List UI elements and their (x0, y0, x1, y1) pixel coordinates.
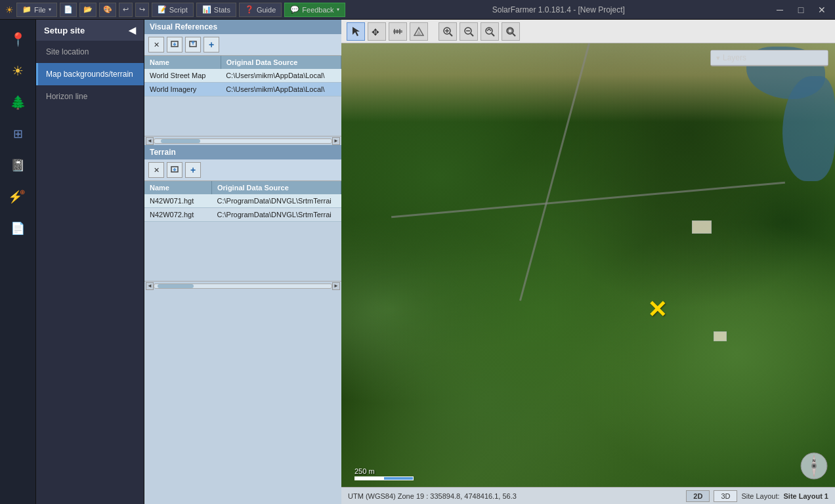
location-marker: ✕ (647, 296, 667, 324)
vr-row2-source: C:\Users\mikm\AppData\Local\ (221, 83, 341, 96)
svg-point-30 (813, 465, 815, 467)
terrain-scroll-left[interactable]: ◄ (146, 282, 154, 290)
building-1 (692, 220, 712, 234)
svg-line-17 (450, 33, 452, 36)
sidebar-icon-location[interactable]: 📍 (5, 26, 31, 52)
layers-panel[interactable]: ▾ Layers (710, 50, 828, 66)
vr-scrollbar[interactable]: ◄ ► (144, 136, 341, 145)
vr-row2-name: World Imagery (144, 83, 221, 96)
sidebar-icon-grid[interactable]: ⊞ (5, 121, 31, 147)
layers-panel-header[interactable]: ▾ Layers (711, 51, 828, 66)
scale-line (354, 476, 414, 480)
terrain-header: Terrain (144, 145, 341, 159)
terrain-scrollbar[interactable]: ◄ ► (144, 281, 341, 290)
document-down-icon: 📄 (11, 221, 25, 236)
location-pin-icon: 📍 (10, 32, 26, 47)
terrain-scroll-right[interactable]: ► (332, 282, 340, 290)
panel-area: Visual References ✕ + Name Original Data… (144, 20, 341, 504)
vr-scroll-right[interactable]: ► (332, 137, 340, 145)
terrain-empty-space (144, 222, 341, 281)
visual-references-table: Name Original Data Source World Street M… (144, 56, 341, 96)
terrain-table-container: Name Original Data Source N42W071.hgt C:… (144, 181, 341, 222)
sidebar-icon-document[interactable]: 📄 (5, 215, 31, 242)
svg-line-22 (492, 33, 494, 36)
terrain-add-btn[interactable]: + (185, 162, 201, 178)
terrain-view-tool[interactable] (410, 22, 428, 41)
vr-add-btn[interactable]: + (203, 37, 219, 52)
terrain-row1-source: C:\ProgramData\DNVGL\SrtmTerrai (212, 194, 341, 208)
guide-btn[interactable]: ❓ Guide (239, 3, 282, 17)
layers-label: Layers (723, 53, 746, 62)
app: 📍 ☀ 🌲 ⊞ 📓 ⚡ ⊕ 📄 Setup site ◀ Site locati… (0, 20, 835, 504)
titlebar-left: ☀ 📁 File ▾ 📄 📂 🎨 ↩ ↪ 📝 Script 📊 Stats ❓ … (5, 3, 345, 17)
vr-scroll-track[interactable] (154, 138, 332, 144)
sidebar-item-map-backgrounds[interactable]: Map backgrounds/terrain (36, 63, 144, 85)
maximize-btn[interactable]: □ (793, 2, 809, 18)
vr-col-source: Original Data Source (221, 56, 341, 69)
svg-rect-25 (508, 29, 512, 33)
feedback-btn[interactable]: 💬 Feedback ▾ (284, 3, 345, 17)
vr-import-btn[interactable] (167, 37, 182, 52)
visual-references-table-container: Name Original Data Source World Street M… (144, 56, 341, 96)
new-btn[interactable]: 📄 (60, 3, 77, 17)
zoom-fit-btn[interactable] (481, 22, 499, 41)
compass[interactable]: N (800, 452, 828, 480)
vr-scroll-thumb[interactable] (161, 139, 200, 143)
sidebar-icon-sun[interactable]: ☀ (5, 58, 31, 84)
svg-text:✥: ✥ (372, 27, 379, 37)
vr-delete-btn[interactable]: ✕ (148, 37, 164, 52)
zoom-out-btn[interactable] (460, 22, 478, 41)
sidebar-icon-notebook[interactable]: 📓 (5, 152, 31, 178)
redo-btn[interactable]: ↪ (135, 3, 149, 17)
sun-icon: ☀ (12, 63, 24, 79)
zoom-in-btn[interactable] (439, 22, 457, 41)
move-tool[interactable]: ✥ (368, 22, 386, 41)
file-icon: 📁 (22, 5, 32, 14)
svg-line-20 (471, 33, 473, 36)
map-coordinates: UTM (WGS84) Zone 19 : 335894.8, 4748416.… (348, 492, 517, 500)
layers-chevron-icon: ▾ (716, 54, 720, 62)
terrain-delete-btn[interactable]: ✕ (148, 162, 164, 178)
undo-btn[interactable]: ↩ (119, 3, 133, 17)
sidebar-icon-lightning[interactable]: ⚡ ⊕ (5, 184, 31, 210)
scale-bar: 250 m (354, 467, 414, 480)
close-btn[interactable]: ✕ (814, 2, 830, 18)
terrain-scroll-track[interactable] (154, 284, 332, 289)
table-row[interactable]: N42W071.hgt C:\ProgramData\DNVGL\SrtmTer… (144, 194, 341, 208)
cursor-tool[interactable] (347, 22, 365, 41)
layout-info-label: Site Layout: (741, 492, 779, 500)
table-row[interactable]: World Street Map C:\Users\mikm\AppData\L… (144, 69, 341, 83)
svg-line-24 (513, 33, 515, 36)
panel-bottom-space (144, 290, 341, 504)
stats-btn[interactable]: 📊 Stats (196, 3, 236, 17)
measure-tool[interactable] (389, 22, 407, 41)
view-2d-btn[interactable]: 2D (686, 490, 710, 502)
stats-icon: 📊 (202, 5, 211, 14)
table-row[interactable]: N42W072.hgt C:\ProgramData\DNVGL\SrtmTer… (144, 208, 341, 222)
minimize-btn[interactable]: ─ (772, 2, 788, 18)
terrain-table: Name Original Data Source N42W071.hgt C:… (144, 181, 341, 222)
sidebar-item-site-location[interactable]: Site location (36, 41, 144, 63)
map-canvas[interactable]: ✕ ▾ Layers 250 m (341, 43, 835, 487)
vr-scroll-left[interactable]: ◄ (146, 137, 154, 145)
zoom-all-btn[interactable] (502, 22, 520, 41)
app-icon: ☀ (5, 5, 14, 15)
collapse-icon[interactable]: ◀ (129, 25, 136, 35)
notebook-icon: 📓 (11, 158, 25, 173)
open-btn[interactable]: 📂 (79, 3, 96, 17)
table-row[interactable]: World Imagery C:\Users\mikm\AppData\Loca… (144, 83, 341, 96)
script-btn[interactable]: 📝 Script (152, 3, 194, 17)
vr-export-btn[interactable] (185, 37, 201, 52)
satellite-background (341, 43, 835, 487)
sidebar-icon-tree[interactable]: 🌲 (5, 89, 31, 116)
visual-references-toolbar: ✕ + (144, 34, 341, 56)
view-3d-btn[interactable]: 3D (714, 490, 737, 502)
lightning-badge: ⊕ (20, 188, 25, 196)
terrain-import-btn[interactable] (167, 162, 182, 178)
sidebar-item-horizon-line[interactable]: Horizon line (36, 85, 144, 108)
terrain-scroll-thumb[interactable] (158, 284, 194, 288)
terrain-row2-name: N42W072.hgt (144, 208, 212, 222)
titlebar-center: SolarFarmer 1.0.181.4 - [New Project] (492, 5, 625, 14)
file-menu[interactable]: 📁 File ▾ (16, 3, 57, 17)
palette-btn[interactable]: 🎨 (99, 3, 116, 17)
